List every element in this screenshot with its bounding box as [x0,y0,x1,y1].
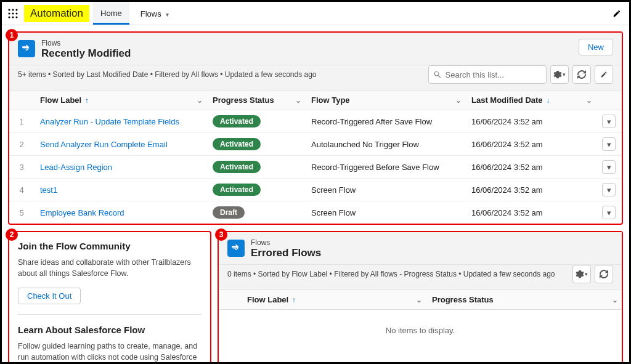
svg-point-5 [15,12,17,14]
chevron-down-icon[interactable]: ⌄ [197,96,203,105]
gear-icon [553,70,562,79]
learn-title: Learn About Salesforce Flow [18,325,202,335]
last-modified-cell: 16/06/2024 3:52 am [465,201,596,224]
col-flow-type-text: Flow Type [311,95,350,105]
table-row: 3Lead-Assign RegionActivatedRecord-Trigg… [9,156,622,179]
callout-badge-2: 2 [6,229,18,241]
col-progress-status[interactable]: Progress Status ⌄ [206,91,305,110]
search-box[interactable] [428,65,547,84]
col-last-modified[interactable]: Last Modified Date ↓ ⌄ [465,91,596,110]
recently-modified-card: 1 Flows Recently Modified New 5+ items •… [8,31,623,225]
last-modified-cell: 16/06/2024 3:52 am [465,179,596,201]
svg-point-2 [15,9,17,10]
flow-label-link[interactable]: test1 [40,185,57,195]
col-last-modified-text: Last Modified Date [471,95,543,105]
status-badge: Draft [213,206,245,219]
chevron-down-icon[interactable]: ⌄ [612,296,618,304]
new-button[interactable]: New [579,39,613,55]
gear-icon [576,270,584,278]
edit-page-button[interactable] [608,5,625,22]
edit-list-button[interactable] [595,65,613,84]
sort-up-icon: ↑ [292,296,296,304]
status-badge: Activated [213,161,261,173]
table-row: 4test1ActivatedScreen Flow16/06/2024 3:5… [9,179,622,201]
recent-meta: 5+ items • Sorted by Last Modified Date … [18,70,317,79]
svg-point-4 [12,12,14,14]
errored-header: Flows Errored Flows [219,232,622,265]
errored-list-settings-button[interactable]: ▾ [572,265,591,283]
recent-subline: 5+ items • Sorted by Last Modified Date … [9,65,622,91]
chevron-down-icon: ▾ [563,71,566,78]
flow-label-link[interactable]: Lead-Assign Region [40,163,112,172]
status-badge: Activated [213,115,261,127]
table-row: 1Analyzer Run - Update Template FieldsAc… [9,110,622,133]
col-flow-label[interactable]: Flow Label ↑ ⌄ [34,91,206,110]
row-actions-button[interactable]: ▾ [602,206,616,219]
errored-eyebrow: Flows [251,238,613,247]
tab-flows[interactable]: Flows ▾ [133,3,177,23]
status-badge: Activated [213,184,261,196]
row-actions-button[interactable]: ▾ [602,160,616,174]
flow-label-link[interactable]: Employee Bank Record [40,208,124,217]
learn-body: Follow guided learning paths to create, … [18,341,202,364]
col-flow-type[interactable]: Flow Type ⌄ [305,91,465,110]
flow-icon [18,40,35,57]
table-row: 5Employee Bank RecordDraftScreen Flow16/… [9,201,622,224]
svg-point-0 [8,9,10,10]
row-actions-button[interactable]: ▾ [602,137,616,151]
list-settings-button[interactable]: ▾ [550,65,569,84]
row-number: 3 [9,156,34,179]
status-badge: Activated [213,138,261,150]
tab-home[interactable]: Home [93,2,129,25]
community-title: Join the Flow Community [18,241,202,251]
sidepanel-card: 2 Join the Flow Community Share ideas an… [8,231,211,364]
refresh-button[interactable] [572,65,591,84]
top-nav: Automation Home Flows ▾ [2,2,629,25]
chevron-down-icon[interactable]: ⌄ [455,96,462,105]
recent-table: Flow Label ↑ ⌄ Progress Status ⌄ Flow Ty… [9,91,622,224]
chevron-down-icon: ▾ [585,271,588,277]
pencil-icon [600,71,608,78]
flow-type-cell: Screen Flow [305,201,465,224]
app-name: Automation [24,5,89,22]
callout-badge-3: 3 [215,229,227,241]
refresh-icon [600,270,608,278]
row-actions-button[interactable]: ▾ [602,115,616,128]
col-flow-label-err[interactable]: Flow Label ↑ ⌄ [241,290,426,310]
chevron-down-icon[interactable]: ⌄ [586,96,592,105]
recent-header: Flows Recently Modified New [9,33,622,65]
search-input[interactable] [446,70,541,79]
col-progress-status-err[interactable]: Progress Status ⌄ [426,290,622,310]
svg-point-7 [12,16,14,18]
errored-empty-message: No items to display. [219,310,622,351]
errored-flows-card: 3 Flows Errored Flows 0 items • Sorted b… [218,231,623,364]
table-row: 2Send Analyzer Run Complete EmailActivat… [9,133,622,156]
col-actions [596,91,622,110]
last-modified-cell: 16/06/2024 3:52 am [465,110,596,133]
errored-table: Flow Label ↑ ⌄ Progress Status ⌄ [219,290,622,310]
row-actions-button[interactable]: ▾ [602,183,616,196]
flow-icon [227,240,245,257]
col-rownum [9,91,34,110]
chevron-down-icon[interactable]: ⌄ [416,296,422,304]
search-icon [434,70,442,79]
divider [18,314,202,315]
callout-badge-1: 1 [6,29,18,41]
col-progress-status-text: Progress Status [213,95,274,105]
svg-point-6 [8,16,10,18]
refresh-icon [577,70,586,79]
sort-down-icon: ↓ [546,96,550,105]
col-flow-label-err-text: Flow Label [247,295,288,304]
community-body: Share ideas and collaborate with other T… [18,257,202,279]
chevron-down-icon[interactable]: ⌄ [295,96,301,105]
page-body: 1 Flows Recently Modified New 5+ items •… [2,25,629,362]
sort-up-icon: ↑ [85,96,89,105]
flow-label-link[interactable]: Analyzer Run - Update Template Fields [40,117,179,126]
chevron-down-icon: ▾ [166,11,169,18]
community-cta-button[interactable]: Check It Out [18,288,81,304]
errored-refresh-button[interactable] [595,265,613,283]
row-number: 2 [9,133,34,156]
row-number: 4 [9,179,34,201]
app-launcher-icon[interactable] [6,6,20,21]
flow-label-link[interactable]: Send Analyzer Run Complete Email [40,140,168,149]
